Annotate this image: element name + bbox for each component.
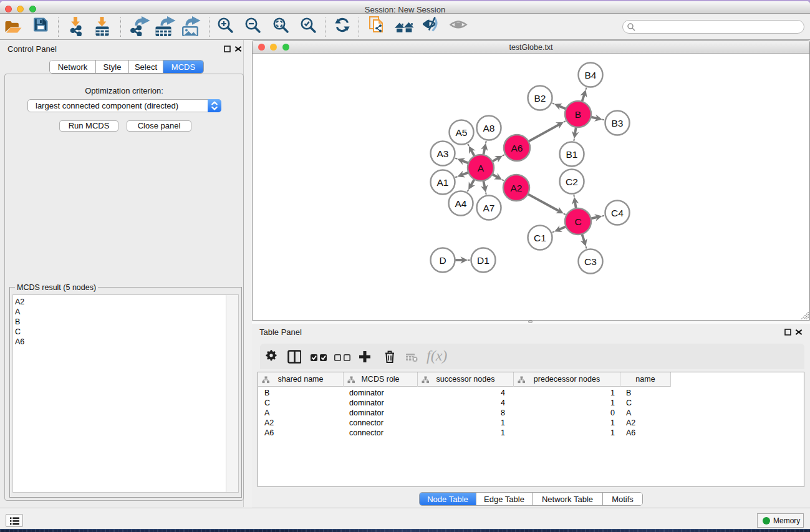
svg-text:A8: A8 (483, 123, 495, 133)
svg-text:C3: C3 (584, 256, 597, 267)
svg-text:A4: A4 (455, 198, 467, 209)
svg-text:A5: A5 (456, 127, 468, 138)
svg-text:C: C (574, 216, 581, 227)
svg-text:B3: B3 (612, 118, 624, 128)
svg-text:A: A (478, 163, 485, 173)
svg-text:A2: A2 (511, 183, 523, 193)
svg-text:C1: C1 (534, 233, 546, 243)
svg-text:C2: C2 (566, 177, 578, 187)
svg-text:A7: A7 (483, 203, 495, 213)
svg-text:A6: A6 (511, 143, 523, 153)
svg-text:A3: A3 (437, 148, 449, 159)
svg-text:B2: B2 (534, 93, 546, 104)
svg-text:C4: C4 (611, 208, 624, 218)
svg-text:B: B (575, 109, 581, 120)
svg-text:B1: B1 (566, 149, 578, 160)
svg-text:B4: B4 (585, 70, 597, 80)
svg-text:A1: A1 (437, 177, 449, 188)
svg-text:D1: D1 (477, 255, 489, 266)
svg-text:D: D (439, 255, 446, 266)
